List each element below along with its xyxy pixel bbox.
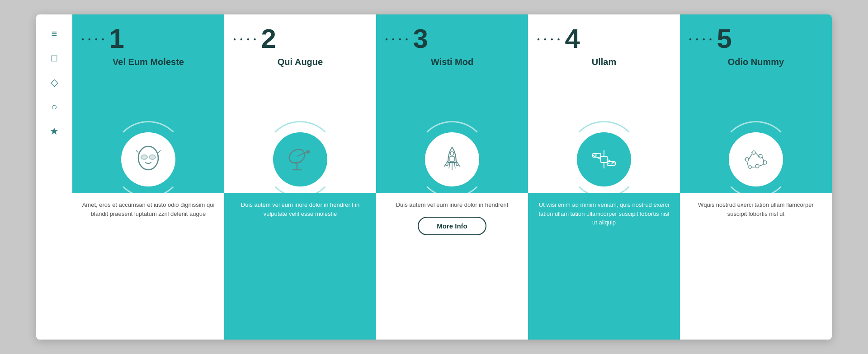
svg-rect-11 bbox=[450, 156, 454, 162]
step-indicator-3: ● ● ● ● 3 bbox=[385, 25, 428, 52]
svg-line-46 bbox=[747, 161, 748, 166]
diamond-icon[interactable]: ◇ bbox=[51, 77, 58, 88]
svg-line-41 bbox=[749, 154, 752, 159]
cards-area: ● ● ● ● 1 Vel Eum Moleste bbox=[72, 14, 832, 340]
more-info-button[interactable]: More Info bbox=[418, 217, 486, 235]
svg-point-15 bbox=[450, 152, 454, 155]
satellite-dish-icon bbox=[284, 144, 316, 175]
card-2: ● ● ● ● 2 Qui Augue bbox=[224, 14, 376, 340]
card-3: ● ● ● ● 3 Wisti Mod bbox=[376, 14, 528, 340]
card-5-icon-wrapper: + + + + bbox=[722, 126, 790, 193]
svg-line-3 bbox=[136, 150, 138, 153]
card-5-title: Odio Nummy bbox=[728, 57, 784, 67]
alien-icon bbox=[132, 144, 164, 175]
spaceship-icon bbox=[436, 144, 468, 175]
step-indicator-5: ● ● ● ● 5 bbox=[689, 25, 732, 52]
card-5-bottom: Wquis nostrud exerci tation ullam llamco… bbox=[680, 193, 832, 340]
square-icon[interactable]: □ bbox=[51, 52, 57, 64]
sidebar: ≡ □ ◇ ○ ★ bbox=[36, 14, 72, 340]
card-1-icon-wrapper bbox=[114, 126, 182, 193]
card-4-desc: Ut wisi enim ad minim veniam, quis nostr… bbox=[537, 193, 671, 227]
card-4-icon-wrapper bbox=[570, 126, 638, 193]
card-1-title: Vel Eum Moleste bbox=[113, 57, 184, 67]
step-number-3: 3 bbox=[413, 25, 428, 52]
card-2-icon-wrapper bbox=[266, 126, 334, 193]
step-dots-3: ● ● ● ● bbox=[385, 37, 410, 42]
constellation-icon: + + + + bbox=[740, 144, 772, 175]
step-number-4: 4 bbox=[565, 25, 580, 52]
card-3-bottom: Duis autem vel eum iriure dolor in hendr… bbox=[376, 193, 528, 340]
menu-icon[interactable]: ≡ bbox=[52, 28, 57, 40]
card-3-icon-wrapper bbox=[418, 126, 486, 193]
card-2-title: Qui Augue bbox=[278, 57, 323, 67]
card-3-icon-circle bbox=[425, 132, 479, 186]
step-indicator-4: ● ● ● ● 4 bbox=[537, 25, 580, 52]
star-icon[interactable]: ★ bbox=[50, 126, 59, 137]
svg-point-35 bbox=[755, 164, 759, 168]
card-1: ● ● ● ● 1 Vel Eum Moleste bbox=[72, 14, 224, 340]
svg-text:+: + bbox=[745, 158, 747, 162]
card-2-icon-circle bbox=[273, 132, 327, 186]
step-number-5: 5 bbox=[717, 25, 732, 52]
svg-point-2 bbox=[149, 155, 156, 159]
svg-rect-16 bbox=[601, 156, 607, 163]
circle-icon[interactable]: ○ bbox=[51, 101, 57, 113]
step-indicator-1: ● ● ● ● 1 bbox=[81, 25, 124, 52]
card-2-top: ● ● ● ● 2 Qui Augue bbox=[224, 14, 376, 193]
card-3-title: Wisti Mod bbox=[431, 57, 473, 67]
card-1-icon-circle bbox=[121, 132, 175, 186]
step-dots-4: ● ● ● ● bbox=[537, 37, 561, 42]
step-dots-5: ● ● ● ● bbox=[689, 37, 713, 42]
card-4-icon-circle bbox=[577, 132, 631, 186]
card-4-bottom: Ut wisi enim ad minim veniam, quis nostr… bbox=[528, 193, 680, 340]
card-3-top: ● ● ● ● 3 Wisti Mod bbox=[376, 14, 528, 193]
step-indicator-2: ● ● ● ● 2 bbox=[233, 25, 276, 52]
satellite-icon bbox=[588, 144, 620, 175]
card-4-top: ● ● ● ● 4 Ullam bbox=[528, 14, 680, 193]
svg-line-12 bbox=[449, 163, 450, 168]
step-number-1: 1 bbox=[109, 25, 124, 52]
svg-point-36 bbox=[749, 166, 751, 168]
card-4-title: Ullam bbox=[592, 57, 616, 67]
main-container: ≡ □ ◇ ○ ★ ● ● ● ● 1 Vel Eum Moleste bbox=[36, 14, 832, 340]
svg-line-44 bbox=[759, 164, 764, 166]
card-2-bottom: Duis autem vel eum iriure dolor in hendr… bbox=[224, 193, 376, 340]
svg-point-1 bbox=[141, 155, 147, 159]
svg-line-13 bbox=[454, 163, 455, 168]
svg-text:+: + bbox=[758, 154, 760, 158]
step-dots-1: ● ● ● ● bbox=[81, 37, 106, 42]
card-5: ● ● ● ● 5 Odio Nummy bbox=[680, 14, 832, 340]
step-dots-2: ● ● ● ● bbox=[233, 37, 258, 42]
card-1-top: ● ● ● ● 1 Vel Eum Moleste bbox=[72, 14, 224, 193]
card-5-top: ● ● ● ● 5 Odio Nummy bbox=[680, 14, 832, 193]
step-number-2: 2 bbox=[261, 25, 276, 52]
svg-point-7 bbox=[306, 150, 310, 154]
card-4: ● ● ● ● 4 Ullam bbox=[528, 14, 680, 340]
card-5-icon-circle: + + + + bbox=[729, 132, 783, 186]
svg-line-4 bbox=[158, 150, 160, 153]
card-1-bottom: Amet, eros et accumsan et iusto odio dig… bbox=[72, 193, 224, 340]
